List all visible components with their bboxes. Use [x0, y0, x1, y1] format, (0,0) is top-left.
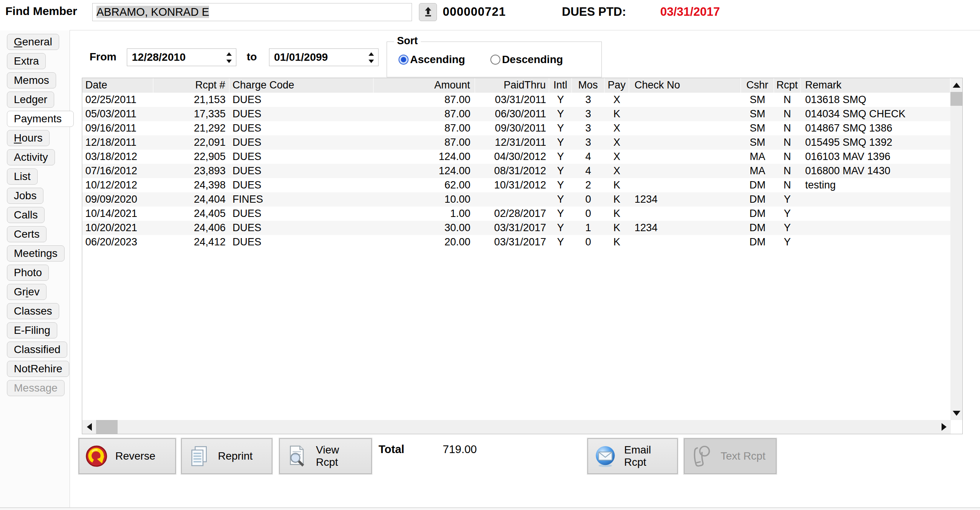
button-label: Reprint — [218, 450, 252, 462]
cell-paidthru — [475, 192, 549, 207]
reverse-button[interactable]: Reverse — [79, 438, 176, 474]
cell-amount: 87.00 — [374, 135, 475, 150]
sidebar-tab-e-filing[interactable]: E-Filing — [7, 322, 57, 338]
table-row[interactable]: 07/16/201223,893DUES124.0008/31/2012Y4XM… — [82, 164, 950, 178]
column-header-pay[interactable]: Pay — [605, 78, 629, 93]
sidebar-tab-memos[interactable]: Memos — [7, 72, 56, 88]
column-header-check-no[interactable]: Check No — [629, 78, 741, 93]
sidebar-tab-extra[interactable]: Extra — [7, 53, 46, 69]
sidebar-tab-hours[interactable]: Hours — [7, 130, 50, 146]
cell-charge-code: DUES — [229, 150, 374, 164]
view-rcpt-button[interactable]: View Rcpt — [279, 438, 372, 474]
member-lookup-button[interactable] — [419, 3, 437, 21]
column-header-mos[interactable]: Mos — [572, 78, 605, 93]
sort-radio-descending[interactable]: Descending — [490, 53, 563, 66]
column-header-remark[interactable]: Remark — [801, 78, 950, 93]
total-label: Total — [379, 443, 404, 456]
cell-pay: K — [605, 235, 629, 249]
to-date-input[interactable]: 01/01/2099 — [269, 48, 379, 66]
sidebar-tab-jobs[interactable]: Jobs — [7, 188, 43, 204]
sort-radio-ascending[interactable]: Ascending — [399, 53, 465, 66]
column-header-intl[interactable]: Intl — [549, 78, 572, 93]
scroll-up-button[interactable] — [950, 78, 962, 92]
reprint-button[interactable]: Reprint — [181, 438, 272, 474]
panel-border-top — [70, 30, 980, 30]
cell-mos: 3 — [572, 107, 605, 121]
column-header-paidthru[interactable]: PaidThru — [475, 78, 549, 93]
cell-paidthru: 08/31/2012 — [475, 164, 549, 178]
cell-remark — [801, 221, 950, 235]
spinner-down-icon[interactable] — [226, 60, 232, 63]
column-header-rcpt-[interactable]: Rcpt # — [153, 78, 229, 93]
radio-unselected-icon[interactable] — [490, 55, 500, 65]
sidebar-tab-ledger[interactable]: Ledger — [7, 92, 54, 108]
sidebar-tab-general[interactable]: General — [7, 34, 59, 50]
table-row[interactable]: 02/25/201121,153DUES87.0003/31/2011Y3XSM… — [82, 93, 950, 107]
horizontal-scrollbar[interactable] — [82, 420, 951, 434]
cell-mos: 4 — [572, 164, 605, 178]
scroll-down-button[interactable] — [950, 406, 962, 420]
vertical-scrollbar[interactable] — [950, 78, 962, 420]
sidebar-tab-list[interactable]: List — [7, 168, 38, 185]
table-row[interactable]: 06/20/202324,412DUES20.0003/31/2017Y0KDM… — [82, 235, 950, 249]
spinner-up-icon[interactable] — [226, 52, 232, 56]
column-header-charge-code[interactable]: Charge Code — [229, 78, 374, 93]
table-row[interactable]: 09/16/201121,292DUES87.0009/30/2011Y3XSM… — [82, 121, 950, 135]
sidebar-tab-certs[interactable]: Certs — [7, 226, 47, 242]
cell-mos: 0 — [572, 192, 605, 207]
cell-paidthru: 10/31/2012 — [475, 178, 549, 192]
cell-rcpt-: 21,153 — [153, 93, 229, 107]
cell-cshr: DM — [741, 192, 774, 207]
spinner-down-icon[interactable] — [369, 60, 374, 63]
cell-rcpt-: 21,292 — [153, 121, 229, 135]
sidebar-tab-meetings[interactable]: Meetings — [7, 245, 65, 262]
cell-amount: 87.00 — [374, 107, 475, 121]
sidebar-tab-photo[interactable]: Photo — [7, 265, 49, 281]
cell-charge-code: DUES — [229, 178, 374, 192]
cell-paidthru: 02/28/2017 — [475, 207, 549, 221]
sidebar-tab-griev[interactable]: Griev — [7, 284, 47, 300]
find-member-input[interactable]: ABRAMO, KONRAD E — [92, 3, 412, 21]
column-header-cshr[interactable]: Cshr — [741, 78, 774, 93]
table-row[interactable]: 10/12/201224,398DUES62.0010/31/2012Y2KDM… — [82, 178, 950, 192]
from-date-input[interactable]: 12/28/2010 — [127, 48, 236, 66]
tab-label: E-Filing — [14, 324, 50, 336]
scroll-left-button[interactable] — [82, 420, 96, 434]
cell-rcpt: N — [774, 135, 801, 150]
cell-rcpt-: 24,406 — [153, 221, 229, 235]
cell-cshr: DM — [741, 207, 774, 221]
table-row[interactable]: 09/09/202024,404FINES10.00Y0K1234DMY — [82, 192, 950, 207]
from-date-spinner[interactable] — [226, 52, 231, 64]
cell-check-no — [629, 107, 741, 121]
tab-label: Memos — [14, 74, 49, 86]
radio-label: Ascending — [410, 53, 465, 66]
cell-check-no: 1234 — [629, 221, 741, 235]
spinner-up-icon[interactable] — [369, 52, 374, 56]
sidebar-tab-activity[interactable]: Activity — [7, 149, 55, 165]
sidebar-tab-notrehire[interactable]: NotRehire — [7, 361, 69, 377]
vertical-scroll-thumb[interactable] — [950, 92, 962, 106]
radio-selected-icon[interactable] — [399, 55, 409, 65]
table-row[interactable]: 03/18/201222,905DUES124.0004/30/2012Y4XM… — [82, 150, 950, 164]
sidebar-tab-payments[interactable]: Payments — [7, 111, 74, 127]
table-row[interactable]: 12/18/201122,091DUES87.0012/31/2011Y3XSM… — [82, 135, 950, 150]
horizontal-scroll-thumb[interactable] — [96, 420, 118, 434]
table-row[interactable]: 05/03/201117,335DUES87.0006/30/2011Y3KSM… — [82, 107, 950, 121]
sidebar-tab-classes[interactable]: Classes — [7, 303, 59, 319]
cell-charge-code: DUES — [229, 121, 374, 135]
sidebar-tab-calls[interactable]: Calls — [7, 207, 45, 223]
column-header-rcpt[interactable]: Rcpt — [774, 78, 801, 93]
payments-table: DateRcpt #Charge CodeAmountPaidThruIntlM… — [82, 78, 963, 434]
column-header-amount[interactable]: Amount — [374, 78, 475, 93]
email-rcpt-button[interactable]: Email Rcpt — [588, 438, 678, 474]
cell-paidthru: 03/31/2017 — [475, 221, 549, 235]
table-row[interactable]: 10/20/202124,406DUES30.0003/31/2017Y1K12… — [82, 221, 950, 235]
sidebar-tab-classified[interactable]: Classified — [7, 342, 67, 358]
cell-charge-code: DUES — [229, 164, 374, 178]
scroll-right-button[interactable] — [937, 420, 951, 434]
table-row[interactable]: 10/14/202124,405DUES1.0002/28/2017Y0KDMY — [82, 207, 950, 221]
column-header-date[interactable]: Date — [82, 78, 153, 93]
cell-rcpt-: 24,398 — [153, 178, 229, 192]
to-date-spinner[interactable] — [368, 52, 374, 64]
cell-pay: K — [605, 107, 629, 121]
